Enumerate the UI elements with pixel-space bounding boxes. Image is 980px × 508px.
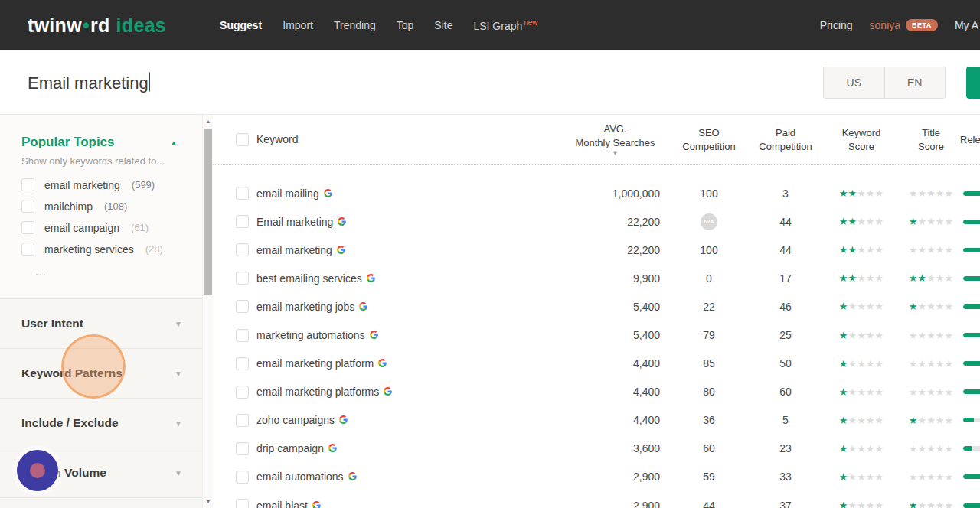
keyword-score-stars: ★★★★★ [821, 500, 902, 508]
monthly-searches-value: 5,400 [563, 329, 668, 341]
keyword-text[interactable]: email blast [256, 500, 308, 508]
row-checkbox[interactable] [236, 471, 249, 484]
table-row[interactable]: drip campaign3,6006023★★★★★★★★★★ [213, 435, 980, 463]
nav-item-pricing[interactable]: Pricing [820, 19, 853, 31]
chevron-down-icon[interactable]: ▼ [175, 469, 182, 477]
nav-item-trending[interactable]: Trending [334, 19, 376, 31]
topic-count: (599) [132, 179, 155, 190]
topic-checkbox[interactable] [21, 221, 34, 234]
chevron-down-icon[interactable]: ▼ [175, 320, 182, 328]
sidebar-section-user-intent[interactable]: User Intent▼ [0, 298, 202, 348]
keyword-text[interactable]: email automations [256, 471, 344, 483]
popular-topics-subtitle: Show only keywords related to... [21, 155, 182, 167]
brand-logo[interactable]: twinw•rdideas [28, 15, 166, 37]
row-checkbox[interactable] [236, 442, 249, 455]
keyword-text[interactable]: drip campaign [256, 442, 324, 454]
column-header-monthly-searches[interactable]: AVG.Monthly Searches▼ [563, 122, 668, 157]
keyword-text[interactable]: email marketing platform [256, 357, 374, 370]
topic-checkbox-item[interactable]: marketing services(28) [21, 243, 182, 256]
keyword-text[interactable]: email mailing [256, 187, 319, 200]
select-all-checkbox[interactable] [236, 133, 249, 146]
title-score-stars: ★★★★★ [902, 301, 960, 312]
table-row[interactable]: email marketing platform4,4008550★★★★★★★… [213, 350, 980, 378]
row-checkbox[interactable] [236, 187, 249, 200]
table-row[interactable]: Email marketing22,200N/A44★★★★★★★★★★ [213, 207, 980, 236]
keyword-score-stars: ★★★★★ [821, 244, 902, 256]
topic-checkbox-item[interactable]: email marketing(599) [21, 178, 182, 191]
keyword-text[interactable]: email marketing [256, 244, 332, 256]
sidebar-section-label: Keyword Patterns [21, 366, 122, 380]
seo-competition-value: 44 [668, 500, 750, 508]
keyword-text[interactable]: marketing automations [256, 329, 365, 341]
topic-checkbox-item[interactable]: mailchimp(108) [21, 200, 182, 213]
row-checkbox[interactable] [236, 272, 249, 285]
topic-checkbox[interactable] [21, 243, 34, 256]
chevron-down-icon[interactable]: ▼ [175, 370, 182, 378]
column-header-title-score[interactable]: TitleScore [902, 126, 960, 153]
row-checkbox[interactable] [236, 386, 249, 399]
column-header-keyword-score[interactable]: KeywordScore [821, 126, 902, 153]
nav-item-site[interactable]: Site [434, 19, 452, 31]
nav-item-my-account[interactable]: My A [955, 19, 978, 31]
table-row[interactable]: marketing automations5,4007925★★★★★★★★★★ [213, 321, 980, 349]
row-checkbox[interactable] [236, 243, 249, 256]
search-input[interactable]: Email marketing [28, 72, 150, 93]
stars-empty: ★★★★★ [909, 471, 953, 483]
column-header-seo-competition[interactable]: SEOCompetition [668, 126, 750, 153]
chevron-down-icon[interactable]: ▼ [175, 419, 182, 428]
sidebar-scrollbar[interactable]: ▲ ▼ [202, 115, 213, 508]
row-checkbox[interactable] [236, 215, 249, 228]
keyword-text[interactable]: email marketing jobs [256, 301, 354, 313]
row-checkbox[interactable] [236, 357, 249, 370]
keyword-text[interactable]: email marketing platforms [256, 386, 379, 398]
table-row[interactable]: email automations2,9005933★★★★★★★★★★ [213, 463, 980, 491]
region-selector[interactable]: US [824, 67, 884, 98]
table-row[interactable]: email marketing22,20010044★★★★★★★★★★ [213, 236, 980, 264]
search-button[interactable] [966, 67, 980, 99]
column-header-text: AVG. [603, 123, 626, 135]
relevance-bar [963, 503, 980, 508]
table-row[interactable]: email marketing jobs5,4002246★★★★★★★★★★ [213, 292, 980, 321]
sort-desc-icon[interactable]: ▼ [563, 150, 668, 157]
table-row[interactable]: best emailing services9,900017★★★★★★★★★★ [213, 264, 980, 292]
relevance-bar-fill [963, 333, 980, 337]
language-selector[interactable]: EN [884, 67, 946, 98]
scroll-down-icon[interactable]: ▼ [203, 499, 214, 504]
keyword-text[interactable]: Email marketing [256, 216, 333, 228]
scroll-up-icon[interactable]: ▲ [203, 119, 214, 124]
table-header-row: Keyword AVG.Monthly Searches▼ SEOCompeti… [213, 115, 980, 165]
topic-more-ellipsis[interactable]: ... [35, 265, 182, 278]
keyword-text[interactable]: zoho campaigns [256, 414, 335, 426]
table-row[interactable]: email marketing platforms4,4008060★★★★★★… [213, 378, 980, 406]
keyword-text[interactable]: best emailing services [256, 272, 362, 285]
stars-empty: ★★★★ [848, 500, 884, 508]
table-row[interactable]: email mailing1,000,0001003★★★★★★★★★★ [213, 179, 980, 207]
stars-empty: ★★★★ [848, 471, 884, 483]
nav-item-suggest[interactable]: Suggest [220, 19, 262, 31]
column-header-paid-competition[interactable]: PaidCompetition [750, 126, 821, 153]
table-row[interactable]: email blast2,9004437★★★★★★★★★★ [213, 491, 980, 508]
row-checkbox[interactable] [236, 499, 249, 508]
column-header-relevance[interactable]: Rele [960, 133, 980, 147]
collapse-arrow-icon[interactable]: ▲ [170, 138, 178, 147]
topic-checkbox-item[interactable]: email campaign(61) [21, 221, 182, 234]
column-header-keyword[interactable]: Keyword [250, 132, 563, 147]
topic-checkbox[interactable] [21, 200, 34, 213]
nav-item-top[interactable]: Top [397, 19, 414, 31]
column-header-text: Competition [682, 141, 735, 152]
row-checkbox[interactable] [236, 414, 249, 427]
sidebar-section-include-exclude[interactable]: Include / Exclude▼ [0, 398, 202, 448]
row-checkbox[interactable] [236, 300, 249, 313]
row-checkbox[interactable] [236, 329, 249, 342]
sidebar-section-search-volume[interactable]: Search Volume▼ [0, 448, 202, 497]
user-menu[interactable]: soniya BETA [870, 19, 938, 31]
nav-item-import[interactable]: Import [283, 19, 313, 31]
brand-text-pre: twinw [28, 15, 82, 36]
topic-checkbox[interactable] [21, 178, 34, 191]
keyword-score-stars: ★★★★★ [821, 330, 902, 341]
sidebar-section-keyword-patterns[interactable]: Keyword Patterns▼ [0, 348, 202, 398]
table-row[interactable]: zoho campaigns4,400365★★★★★★★★★★ [213, 406, 980, 435]
nav-item-lsi-graph[interactable]: LSI Graphnew [473, 18, 537, 32]
scrollbar-thumb[interactable] [204, 129, 212, 295]
relevance-cell [960, 361, 980, 366]
